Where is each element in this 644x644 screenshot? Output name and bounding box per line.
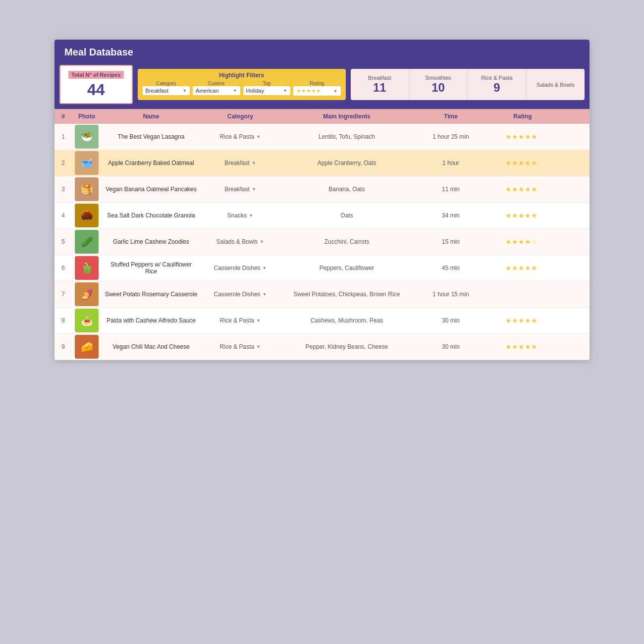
row-9-category-arrow: ▼ bbox=[256, 344, 261, 349]
total-recipes-box: Total N° of Recipes 44 bbox=[59, 65, 133, 104]
cat-stat-salads-label: Salads & Bowls bbox=[537, 82, 574, 88]
row-9-category-value: Rice & Pasta bbox=[220, 343, 254, 350]
row-2-num: 2 bbox=[54, 160, 72, 166]
row-1-photo-icon: 🥗 bbox=[75, 125, 99, 149]
row-2-category-value: Breakfast bbox=[224, 160, 250, 166]
filter-cuisine-group: Cuisine American ▼ bbox=[193, 81, 240, 96]
row-2-ingredients: Apple Cranberry, Oats bbox=[280, 160, 414, 166]
row-4-num: 4 bbox=[54, 212, 72, 219]
table-body: 1 🥗 The Best Vegan Lasagna Rice & Pasta … bbox=[54, 124, 590, 360]
category-stats: Breakfast 11 Smoothies 10 Rice & Pasta 9… bbox=[351, 69, 585, 100]
row-2-photo-icon: 🥣 bbox=[75, 151, 99, 175]
row-5-ingredients: Zucchini, Carrots bbox=[280, 238, 414, 245]
row-1-num: 1 bbox=[54, 133, 72, 140]
table-row: 8 🍝 Pasta with Cashew Alfredo Sauce Rice… bbox=[54, 308, 590, 334]
row-1-category[interactable]: Rice & Pasta ▼ bbox=[201, 133, 280, 140]
col-header-photo: Photo bbox=[72, 113, 102, 120]
col-header-ingredients: Main Ingredients bbox=[280, 113, 414, 120]
row-3-ingredients: Banana, Oats bbox=[280, 186, 414, 193]
row-6-stars bbox=[505, 264, 537, 272]
filter-tag-select[interactable]: Holiday ▼ bbox=[243, 86, 291, 95]
row-1-category-value: Rice & Pasta bbox=[220, 133, 254, 140]
row-8-rating bbox=[488, 317, 557, 324]
row-8-category[interactable]: Rice & Pasta ▼ bbox=[201, 317, 280, 324]
filter-rating-group: Rating ★★★★★ ▼ bbox=[293, 81, 341, 96]
row-5-time: 15 min bbox=[414, 238, 488, 245]
row-8-name: Pasta with Cashew Alfredo Sauce bbox=[102, 317, 201, 324]
row-4-category[interactable]: Snacks ▼ bbox=[201, 212, 280, 219]
cat-stat-rice-pasta-value: 9 bbox=[493, 81, 500, 95]
filter-row: Category Breakfast ▼ Cuisine American ▼ … bbox=[143, 81, 341, 96]
row-9-ingredients: Pepper, Kidney Beans, Cheese bbox=[280, 343, 414, 350]
table-row: 9 🧀 Vegan Chili Mac And Cheese Rice & Pa… bbox=[54, 334, 590, 360]
row-5-num: 5 bbox=[54, 238, 72, 245]
cat-stat-rice-pasta: Rice & Pasta 9 bbox=[468, 69, 526, 100]
row-3-photo-icon: 🥞 bbox=[75, 177, 99, 201]
row-9-category[interactable]: Rice & Pasta ▼ bbox=[201, 343, 280, 350]
row-8-photo: 🍝 bbox=[75, 309, 99, 332]
row-8-photo-icon: 🍝 bbox=[75, 309, 99, 332]
row-3-time: 11 min bbox=[414, 186, 488, 193]
row-6-category[interactable]: Casserole Dishes ▼ bbox=[201, 265, 280, 271]
row-2-category[interactable]: Breakfast ▼ bbox=[201, 160, 280, 166]
row-1-name: The Best Vegan Lasagna bbox=[102, 133, 201, 140]
cat-stat-smoothies-value: 10 bbox=[431, 81, 445, 95]
filter-cuisine-select[interactable]: American ▼ bbox=[193, 86, 240, 95]
row-3-category[interactable]: Breakfast ▼ bbox=[201, 186, 280, 193]
table-row: 5 🥒 Garlic Lime Cashew Zoodles Salads & … bbox=[54, 229, 590, 255]
cat-stat-breakfast: Breakfast 11 bbox=[351, 69, 409, 100]
filter-rating-arrow: ▼ bbox=[333, 89, 338, 94]
row-3-stars bbox=[505, 185, 537, 193]
col-header-time: Time bbox=[414, 113, 488, 120]
row-6-num: 6 bbox=[54, 265, 72, 271]
filter-category-arrow: ▼ bbox=[182, 88, 187, 93]
row-5-name: Garlic Lime Cashew Zoodles bbox=[102, 238, 201, 245]
row-3-rating bbox=[488, 185, 557, 193]
filter-category-group: Category Breakfast ▼ bbox=[143, 81, 190, 96]
row-4-category-arrow: ▼ bbox=[249, 213, 253, 218]
row-4-category-value: Snacks bbox=[227, 212, 247, 219]
row-7-photo-icon: 🍠 bbox=[75, 282, 99, 306]
row-1-photo: 🥗 bbox=[75, 125, 99, 149]
row-6-name: Stuffed Peppers w/ Cauliflower Rice bbox=[102, 261, 201, 275]
row-6-photo: 🫑 bbox=[75, 256, 99, 280]
row-4-name: Sea Salt Dark Chocolate Granola bbox=[102, 212, 201, 219]
row-3-photo: 🥞 bbox=[75, 177, 99, 201]
row-3-category-value: Breakfast bbox=[224, 186, 250, 193]
cat-stat-breakfast-value: 11 bbox=[373, 81, 386, 95]
filter-rating-label: Rating bbox=[293, 81, 341, 86]
col-header-name: Name bbox=[102, 113, 201, 120]
row-4-photo: 🌰 bbox=[75, 204, 99, 227]
row-9-time: 30 min bbox=[414, 343, 488, 350]
row-3-name: Vegan Banana Oatmeal Pancakes bbox=[102, 186, 201, 193]
row-5-photo: 🥒 bbox=[75, 230, 99, 254]
col-header-num: # bbox=[54, 113, 72, 120]
filter-rating-select[interactable]: ★★★★★ ▼ bbox=[293, 86, 341, 96]
row-4-stars bbox=[505, 212, 537, 219]
row-9-name: Vegan Chili Mac And Cheese bbox=[102, 343, 201, 350]
row-4-rating bbox=[488, 212, 557, 219]
row-9-num: 9 bbox=[54, 343, 72, 350]
row-8-num: 8 bbox=[54, 317, 72, 324]
cat-stat-smoothies: Smoothies 10 bbox=[409, 69, 468, 100]
row-9-photo-icon: 🧀 bbox=[75, 335, 99, 359]
row-7-photo: 🍠 bbox=[75, 282, 99, 306]
row-1-time: 1 hour 25 min bbox=[414, 133, 488, 140]
filter-category-value: Breakfast bbox=[146, 88, 168, 94]
row-5-category[interactable]: Salads & Bowls ▼ bbox=[201, 238, 280, 245]
row-7-ingredients: Sweet Potatoes, Chickpeas, Brown Rice bbox=[280, 291, 414, 298]
row-5-stars: ★★★★☆ bbox=[505, 238, 537, 246]
row-1-ingredients: Lentils, Tofu, Spinach bbox=[280, 133, 414, 140]
row-8-category-arrow: ▼ bbox=[256, 318, 261, 323]
row-5-category-arrow: ▼ bbox=[260, 239, 264, 244]
row-6-rating bbox=[488, 264, 557, 272]
table-row: 2 🥣 Apple Cranberry Baked Oatmeal Breakf… bbox=[54, 150, 590, 176]
row-7-category[interactable]: Casserole Dishes ▼ bbox=[201, 291, 280, 298]
filter-category-select[interactable]: Breakfast ▼ bbox=[143, 86, 190, 95]
highlight-filters: Highlight Filters Category Breakfast ▼ C… bbox=[138, 69, 346, 100]
row-9-stars bbox=[505, 343, 537, 351]
row-2-photo: 🥣 bbox=[75, 151, 99, 175]
row-7-num: 7 bbox=[54, 291, 72, 298]
table-row: 6 🫑 Stuffed Peppers w/ Cauliflower Rice … bbox=[54, 255, 590, 281]
col-header-category: Category bbox=[201, 113, 280, 120]
